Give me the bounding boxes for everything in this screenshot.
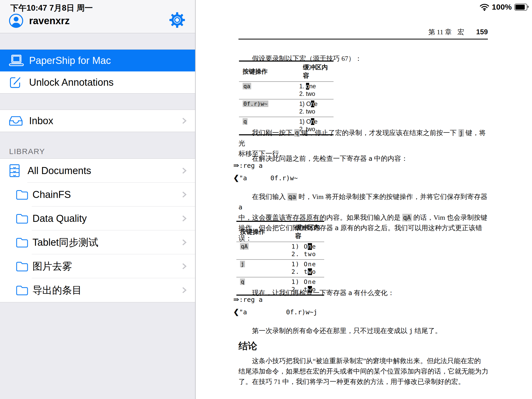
sidebar-item-unlock-annotations[interactable]: Unlock Annotations bbox=[0, 71, 195, 93]
group-gap bbox=[0, 33, 195, 50]
folder-icon bbox=[16, 236, 29, 249]
battery-percent: 100% bbox=[492, 3, 512, 11]
sidebar-item-exported-entries[interactable]: 导出的条目 bbox=[0, 278, 195, 302]
sidebar-item-inbox[interactable]: Inbox bbox=[0, 110, 195, 132]
col-header-keystrokes: 按键操作 bbox=[236, 221, 291, 242]
chevron-right-icon bbox=[180, 286, 188, 294]
paragraph: 现在，让我们再检查一下寄存器 a 有什么变化： bbox=[238, 288, 488, 298]
chapter-title: 宏 bbox=[457, 28, 464, 37]
col-header-keystrokes: 按键操作 bbox=[239, 61, 299, 82]
file-cabinet-icon bbox=[9, 164, 23, 177]
library-section-header: LIBRARY bbox=[0, 132, 195, 159]
table-row: qa 1. one 2. two bbox=[239, 82, 334, 99]
sidebar-item-label: Data Quality bbox=[32, 213, 87, 224]
page-number: 159 bbox=[476, 28, 488, 36]
gear-icon bbox=[169, 12, 185, 28]
sidebar-footer bbox=[0, 302, 195, 399]
keystroke-cell: j bbox=[236, 260, 291, 277]
chevron-right-icon bbox=[180, 117, 188, 125]
sidebar-item-label: Tablet同步测试 bbox=[32, 236, 98, 249]
settings-button[interactable] bbox=[169, 12, 185, 28]
ex-command-line: ⇒:reg a bbox=[233, 295, 263, 304]
buffer-cell: 1. one 2. two bbox=[299, 82, 334, 99]
library-section-label: LIBRARY bbox=[9, 147, 45, 156]
laptop-icon bbox=[9, 53, 25, 68]
folder-icon bbox=[16, 212, 29, 225]
chapter-label: 第 11 章 bbox=[428, 28, 452, 37]
wifi-icon bbox=[480, 3, 489, 11]
keystroke-cell: qa bbox=[239, 82, 299, 99]
chevron-right-icon bbox=[180, 214, 188, 223]
account-name: ravenxrz bbox=[29, 14, 70, 28]
sidebar-item-label: ChainFS bbox=[32, 189, 71, 200]
chevron-right-icon bbox=[180, 190, 188, 199]
inbox-tray-icon bbox=[9, 114, 25, 128]
account-header: 下午10:47 7月8日 周一 ravenxrz bbox=[0, 0, 195, 33]
sidebar-item-chainfs[interactable]: ChainFS bbox=[0, 183, 195, 207]
header-rule bbox=[238, 39, 488, 39]
compose-pencil-icon bbox=[9, 75, 25, 90]
register-output-line: ❮"a 0f.r)w~j bbox=[233, 308, 317, 317]
status-time-date: 下午10:47 7月8日 周一 bbox=[10, 3, 93, 14]
buffer-cell: 1) One 2. two bbox=[291, 242, 324, 260]
screen: 下午10:47 7月8日 周一 ravenxrz bbox=[0, 0, 532, 399]
paragraph: 在解决此问题之前，先检查一下寄存器 a 中的内容： bbox=[238, 154, 488, 164]
ex-command-line: ⇒:reg a bbox=[233, 161, 263, 170]
folder-icon bbox=[16, 283, 29, 297]
sidebar-item-data-quality[interactable]: Data Quality bbox=[0, 207, 195, 230]
table-row: 0f.r)w~ 1) One 2. two bbox=[239, 99, 334, 117]
buffer-cell: 1) One 2. two bbox=[291, 260, 324, 277]
macro-table-1: 按键操作 缓冲区内容 qa 1. one 2. two 0f.r)w~ bbox=[239, 61, 334, 135]
avatar[interactable] bbox=[9, 14, 23, 28]
person-icon bbox=[9, 14, 23, 28]
page-header: 第 11 章 宏 159 bbox=[428, 28, 488, 37]
keystroke-cell: 0f.r)w~ bbox=[239, 99, 299, 117]
keystroke-cell: qA bbox=[236, 242, 291, 260]
register-output-line: ❮"a 0f.r)w~ bbox=[233, 174, 298, 183]
sidebar-item-label: All Documents bbox=[28, 165, 91, 176]
buffer-cell: 1) One 2. two bbox=[299, 99, 334, 117]
col-header-buffer: 缓冲区内容 bbox=[291, 221, 324, 242]
sidebar-item-label: 导出的条目 bbox=[32, 284, 82, 297]
table-row: j 1) One 2. two bbox=[236, 260, 324, 277]
chevron-right-icon bbox=[180, 238, 188, 247]
battery-icon bbox=[514, 4, 527, 11]
conclusion-heading: 结论 bbox=[238, 340, 257, 353]
sidebar-item-label: PaperShip for Mac bbox=[29, 55, 111, 66]
sidebar: 下午10:47 7月8日 周一 ravenxrz bbox=[0, 0, 196, 399]
sidebar-item-label: 图片去雾 bbox=[32, 260, 72, 273]
group-gap bbox=[0, 93, 195, 110]
paragraph: 第一次录制的所有命令还在那里，只不过现在变成以 j 结尾了。 bbox=[238, 326, 488, 336]
table-row: qA 1) One 2. two bbox=[236, 242, 324, 260]
sidebar-item-all-documents[interactable]: All Documents bbox=[0, 159, 195, 183]
sidebar-item-papership-for-mac[interactable]: PaperShip for Mac bbox=[0, 50, 195, 71]
sidebar-item-label: Unlock Annotations bbox=[29, 77, 114, 88]
document-pane[interactable]: 100% 第 11 章 宏 159 假设要录制以下宏（源于技巧 67）： 按键操… bbox=[196, 0, 532, 399]
folder-icon bbox=[16, 188, 29, 201]
sidebar-item-label: Inbox bbox=[29, 115, 53, 127]
folder-icon bbox=[16, 260, 29, 273]
chevron-right-icon bbox=[180, 167, 188, 175]
paragraph: 这条小技巧把我们从“被迫重新录制宏”的窘境中解救出来。但此法只能在宏的结尾添加命… bbox=[238, 356, 488, 387]
sidebar-item-image-dehaze[interactable]: 图片去雾 bbox=[0, 254, 195, 278]
col-header-buffer: 缓冲区内容 bbox=[299, 61, 334, 82]
macro-table-2: 按键操作 缓冲区内容 qA 1) One 2. two j bbox=[236, 221, 324, 296]
status-indicators: 100% bbox=[480, 3, 527, 11]
sidebar-item-tablet-sync-test[interactable]: Tablet同步测试 bbox=[0, 230, 195, 254]
chevron-right-icon bbox=[180, 262, 188, 270]
